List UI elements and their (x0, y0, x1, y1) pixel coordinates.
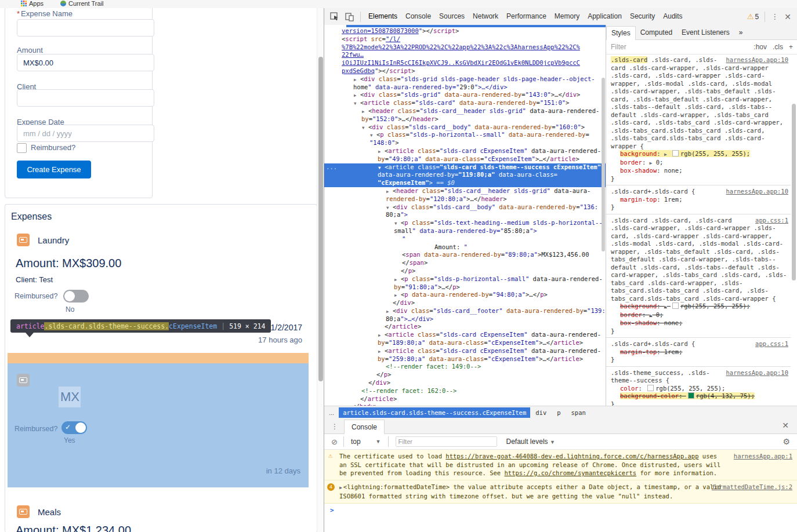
dom-tree-line[interactable]: <span data-aura-rendered-by="89:80;a">MX… (324, 251, 606, 259)
bookmark-apps[interactable]: Apps (21, 0, 44, 8)
dom-tree-line[interactable]: </span> (324, 259, 606, 267)
css-declaration[interactable]: box-shadow: none; (611, 319, 788, 327)
tab-console[interactable]: Console (344, 420, 385, 434)
dom-tree-line[interactable]: ▶<div class="slds-card__footer" data-aur… (324, 307, 606, 315)
device-toolbar-icon[interactable] (345, 12, 354, 21)
css-rule[interactable]: harnessApp.app:10.slds-card .slds-card, … (606, 54, 791, 185)
dom-tree-line[interactable]: %7B%22mode%22%3A%22PROD%22%2C%22app%22%3… (324, 43, 606, 52)
dom-tree-line[interactable]: by="152:0">…</header> (324, 115, 606, 123)
dom-tree-line[interactable]: " (324, 235, 606, 243)
css-declaration[interactable]: box-shadow: none; (611, 167, 788, 175)
amount-input[interactable] (17, 54, 154, 71)
css-declaration[interactable]: color: rgb(255, 255, 255); (611, 385, 788, 393)
dom-tree-line[interactable]: data-aura-rendered-by="119:80;a" data-au… (324, 171, 606, 179)
dom-tree-line[interactable]: </div> (324, 379, 606, 387)
dom-tree-line[interactable]: ▶<header class="slds-card__header slds-g… (324, 107, 606, 115)
dom-tree-line[interactable]: ▶<article class="slds-card cExpenseItem"… (324, 331, 606, 339)
console-levels-select[interactable]: Default levels ▼ (506, 438, 555, 446)
css-declaration[interactable]: background: ▶ rgb(255, 255, 255); (611, 303, 788, 311)
dom-tree-line[interactable]: </p> (324, 267, 606, 275)
css-declaration[interactable]: margin-top: 1rem; (611, 196, 788, 204)
css-declaration[interactable]: border: ▶ 0; (611, 311, 788, 320)
css-rule[interactable]: harnessApp.app:10.slds-card+.slds-card {… (606, 185, 791, 214)
sidebar-tab-event-listeners[interactable]: Event Listeners (677, 26, 734, 39)
css-declaration[interactable]: margin-top: 1rem; (611, 348, 788, 356)
css-rule[interactable]: app.css:1.slds-card .slds-card, .slds-ca… (606, 214, 791, 338)
dom-tree-line[interactable]: iOiJIUzI1NiIsInR5cCI6IkpXVCJ9..KsGVbdXir… (324, 59, 606, 67)
dom-tree-line[interactable]: </article> (324, 323, 606, 331)
dom-tree-line[interactable]: "148:0"> (324, 139, 606, 147)
dom-tree-line[interactable]: ▶<header class="slds-card__header slds-g… (324, 187, 606, 195)
dom-tree-line[interactable]: 80;a"> (324, 211, 606, 219)
inspected-reimbursed-toggle[interactable]: ✓ (61, 421, 87, 434)
styles-filter-input[interactable]: Filter (611, 43, 626, 51)
devtools-tab-network[interactable]: Network (469, 9, 502, 24)
devtools-menu-icon[interactable]: ⋮ (771, 12, 778, 21)
devtools-tab-console[interactable]: Console (401, 9, 435, 24)
console-context-select[interactable]: top▼ (346, 438, 386, 446)
expense-name-input[interactable] (17, 19, 154, 37)
devtools-tab-performance[interactable]: Performance (502, 9, 550, 24)
dom-tree-line[interactable]: </div> (324, 299, 606, 307)
dom-tree-line[interactable]: ▼...<article class="slds-card slds-theme… (324, 163, 606, 172)
console-close-icon[interactable]: ✕ (774, 421, 797, 433)
dom-tree-line[interactable]: <!--render facet: 149:0--> (324, 363, 606, 371)
console-source-link[interactable]: formattedDateTime.js:2 (712, 483, 792, 491)
dom-tree-line[interactable]: ▶<p class="slds-p-horizontal--small" dat… (324, 275, 606, 283)
css-declaration[interactable]: border: ▶ 0; (611, 159, 788, 167)
dom-tree-line[interactable]: version=1508780873000"></script> (324, 27, 606, 35)
css-rule[interactable]: app.css:1.slds-card+.slds-card {margin-t… (606, 338, 791, 367)
devtools-close-icon[interactable]: ✕ (784, 12, 791, 21)
styles-scrollbar-thumb[interactable] (792, 104, 796, 280)
css-rule-source[interactable]: harnessApp.app:10 (726, 56, 788, 64)
bookmark-current-trail[interactable]: Current Trail (60, 0, 104, 8)
dom-tree-line[interactable]: home" data-aura-rendered-by="29:0">…</di… (324, 83, 606, 92)
sidebar-tab-styles[interactable]: Styles (606, 26, 636, 40)
css-rule-source[interactable]: app.css:1 (755, 217, 788, 225)
clear-console-icon[interactable]: ⊘ (331, 438, 338, 446)
expand-arrow-icon[interactable]: ▶ (339, 485, 342, 490)
dom-tree-line[interactable]: ▼<p class="slds-p-horizontal--small" dat… (324, 131, 606, 139)
inspect-element-icon[interactable] (330, 12, 339, 21)
console-warning-badge[interactable]: ⚠5 (747, 12, 759, 21)
dom-tree-line[interactable]: ▶<div class="slds-grid" data-aura-render… (324, 91, 606, 99)
dom-tree-line[interactable]: 80;a">…</div> (324, 315, 606, 323)
dom-tree-line[interactable]: ▶<article class="slds-card cExpenseItem"… (324, 347, 606, 355)
css-rule[interactable]: harnessApp.app:10.slds-theme_success, .s… (606, 367, 791, 406)
css-rule-source[interactable]: harnessApp.app:10 (726, 369, 788, 377)
console-source-link[interactable]: harnessApp.app:1 (734, 452, 792, 461)
console-prompt[interactable]: > (324, 504, 797, 514)
breadcrumb-span[interactable]: span (566, 409, 591, 416)
dom-tree-line[interactable]: by="189:80;a" data-aura-class="cExpenseI… (324, 339, 606, 347)
console-menu-icon[interactable]: ⋮ (324, 422, 344, 433)
dom-tree-line[interactable]: ▼<article class="slds-card" data-aura-re… (324, 99, 606, 107)
create-expense-button[interactable]: Create Expense (17, 161, 91, 178)
styles-toggle-hov[interactable]: :hov (753, 43, 767, 51)
dom-tree-line[interactable]: ▼<div class="slds-card__body" data-aura-… (324, 203, 606, 212)
dom-tree-line[interactable]: ▶<article class="slds-card cExpenseItem"… (324, 147, 606, 155)
css-rule-source[interactable]: app.css:1 (755, 340, 788, 348)
breadcrumb-selected[interactable]: article.slds-card.slds-theme--success.cE… (339, 407, 530, 418)
reimbursed-checkbox[interactable] (17, 143, 27, 153)
date-input[interactable] (17, 125, 154, 142)
dom-tree-line[interactable]: by="91:80;a">…</p> (324, 283, 606, 291)
console-link[interactable]: https://brave-goat-464088-dev-ed.lightni… (445, 453, 698, 460)
styles-toggle-[interactable]: + (789, 43, 793, 51)
devtools-tab-sources[interactable]: Sources (435, 9, 469, 24)
dom-tree-line[interactable]: </article> (324, 395, 606, 403)
styles-toggle-cls[interactable]: .cls (773, 43, 783, 51)
dom-tree-line[interactable]: Amount: " (324, 243, 606, 252)
breadcrumb-div[interactable]: div (530, 409, 552, 416)
dom-tree-line[interactable]: </p> (324, 371, 606, 379)
dom-tree-line[interactable]: ▶<div class="slds-grid slds-page-header … (324, 75, 606, 83)
dom-tree-line[interactable]: rendered-by="120:80;a">…</header> (324, 195, 606, 203)
dom-tree-line[interactable]: by="49:80;a" data-aura-class="cExpenseIt… (324, 155, 606, 163)
page-scrollbar-thumb[interactable] (318, 57, 323, 381)
dom-tree-line[interactable]: "cExpenseItem"> == $0 (324, 179, 606, 187)
devtools-tab-elements[interactable]: Elements (364, 9, 401, 24)
sidebar-tab-computed[interactable]: Computed (636, 26, 677, 39)
elements-scrollbar-thumb[interactable] (602, 78, 605, 252)
breadcrumb-p[interactable]: p (552, 409, 566, 416)
dom-tree-line[interactable]: small" data-aura-rendered-by="85:80;a"> (324, 227, 606, 235)
client-input[interactable] (17, 89, 154, 107)
